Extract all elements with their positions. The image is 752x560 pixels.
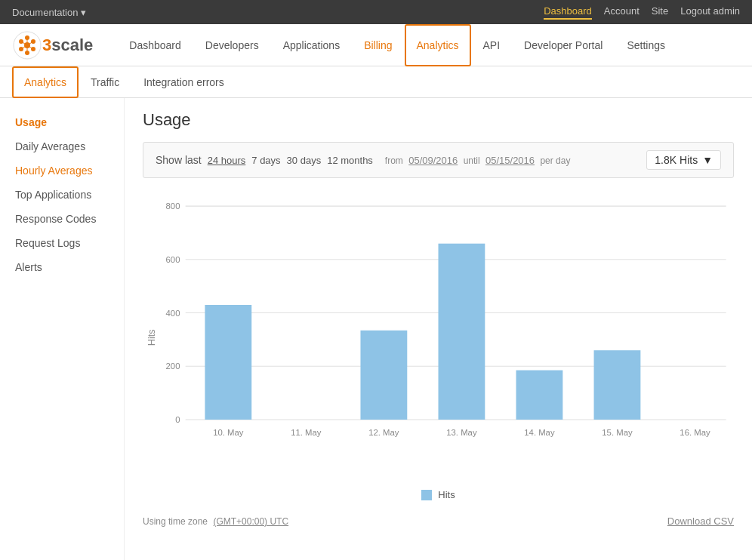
- layout: Usage Daily Averages Hourly Averages Top…: [0, 98, 752, 560]
- hits-dropdown[interactable]: 1.8K Hits ▼: [646, 150, 721, 170]
- sidebar-response-codes[interactable]: Response Codes: [0, 207, 124, 231]
- controls-right[interactable]: 1.8K Hits ▼: [646, 150, 721, 170]
- date-from-label: from: [385, 155, 403, 166]
- page-title: Usage: [143, 110, 734, 130]
- svg-text:200: 200: [166, 362, 180, 371]
- show-last-label: Show last: [156, 154, 202, 166]
- sidebar-alerts[interactable]: Alerts: [0, 255, 124, 279]
- logo-text: 3scale: [42, 35, 93, 55]
- bar-14may: [516, 371, 563, 420]
- date-range: from 05/09/2016 until 05/15/2016 per day: [385, 155, 571, 166]
- date-until-label: until: [464, 155, 480, 166]
- date-from[interactable]: 05/09/2016: [408, 155, 458, 166]
- dashboard-top-link[interactable]: Dashboard: [544, 5, 592, 20]
- controls-bar: Show last 24 hours 7 days 30 days 12 mon…: [143, 142, 734, 178]
- sidebar-top-applications[interactable]: Top Applications: [0, 183, 124, 207]
- svg-text:0: 0: [175, 415, 180, 424]
- nav-settings[interactable]: Settings: [615, 24, 677, 66]
- sidebar-request-logs[interactable]: Request Logs: [0, 231, 124, 255]
- svg-text:15. May: 15. May: [602, 428, 633, 437]
- account-top-link[interactable]: Account: [604, 5, 640, 20]
- nav-applications[interactable]: Applications: [271, 24, 353, 66]
- dropdown-arrow-icon: ▼: [702, 154, 713, 166]
- svg-text:10. May: 10. May: [213, 428, 244, 437]
- bar-12may: [360, 331, 407, 420]
- date-to[interactable]: 05/15/2016: [485, 155, 535, 166]
- documentation-link[interactable]: Documentation ▾: [12, 7, 86, 18]
- logo-icon: [12, 30, 42, 60]
- legend-label-hits: Hits: [438, 489, 455, 500]
- svg-text:14. May: 14. May: [524, 428, 555, 437]
- documentation-label: Documentation: [12, 7, 78, 18]
- time-12months[interactable]: 12 months: [327, 155, 373, 166]
- nav-developer-portal[interactable]: Developer Portal: [512, 24, 615, 66]
- site-top-link[interactable]: Site: [652, 5, 668, 20]
- subnav-integration-errors[interactable]: Integration errors: [131, 66, 236, 98]
- time-30days[interactable]: 30 days: [287, 155, 322, 166]
- svg-text:16. May: 16. May: [680, 428, 710, 437]
- svg-text:13. May: 13. May: [446, 428, 477, 437]
- chart-legend: Hits: [143, 489, 734, 500]
- svg-text:Hits: Hits: [147, 329, 158, 346]
- sidebar-daily-averages[interactable]: Daily Averages: [0, 134, 124, 158]
- main-content: Usage Show last 24 hours 7 days 30 days …: [125, 98, 752, 560]
- chart-container: Hits 800 600 400 200 0 1: [143, 190, 734, 477]
- documentation-arrow: ▾: [81, 7, 86, 18]
- time-7days[interactable]: 7 days: [251, 155, 280, 166]
- sub-nav: Analytics Traffic Integration errors: [0, 66, 752, 98]
- svg-text:400: 400: [166, 309, 180, 318]
- bar-10may: [205, 305, 251, 420]
- main-nav-links: Dashboard Developers Applications Billin…: [117, 24, 677, 66]
- top-bar-links: Dashboard Account Site Logout admin: [544, 5, 740, 20]
- top-bar: Documentation ▾ Dashboard Account Site L…: [0, 0, 752, 24]
- nav-developers[interactable]: Developers: [193, 24, 271, 66]
- logo: 3scale: [12, 30, 93, 60]
- controls-left: Show last 24 hours 7 days 30 days 12 mon…: [156, 154, 570, 166]
- nav-analytics[interactable]: Analytics: [405, 24, 471, 66]
- nav-billing[interactable]: Billing: [352, 24, 404, 66]
- chart-footer: Using time zone (GMT+00:00) UTC Download…: [143, 509, 734, 533]
- subnav-analytics[interactable]: Analytics: [12, 66, 79, 98]
- bar-13may: [439, 244, 485, 420]
- sidebar-usage[interactable]: Usage: [0, 110, 124, 134]
- sidebar-hourly-averages[interactable]: Hourly Averages: [0, 158, 124, 183]
- svg-text:11. May: 11. May: [291, 428, 322, 437]
- date-per-label: per day: [540, 155, 570, 166]
- svg-text:12. May: 12. May: [368, 428, 399, 437]
- sidebar: Usage Daily Averages Hourly Averages Top…: [0, 98, 125, 560]
- logout-top-link[interactable]: Logout admin: [680, 5, 740, 20]
- svg-text:600: 600: [166, 255, 180, 264]
- timezone-info: Using time zone (GMT+00:00) UTC: [143, 516, 288, 527]
- nav-api[interactable]: API: [471, 24, 513, 66]
- time-24h[interactable]: 24 hours: [208, 155, 246, 166]
- chart-svg: Hits 800 600 400 200 0 1: [143, 190, 734, 477]
- main-nav: 3scale Dashboard Developers Applications…: [0, 24, 752, 66]
- hits-dropdown-label: 1.8K Hits: [655, 154, 698, 166]
- timezone-label: Using time zone: [143, 516, 208, 527]
- subnav-traffic[interactable]: Traffic: [79, 66, 131, 98]
- download-csv[interactable]: Download CSV: [667, 515, 734, 527]
- timezone-value[interactable]: (GMT+00:00) UTC: [213, 516, 288, 527]
- nav-dashboard[interactable]: Dashboard: [117, 24, 193, 66]
- legend-color-hits: [421, 490, 432, 500]
- svg-text:800: 800: [166, 202, 180, 211]
- bar-15may: [594, 350, 641, 420]
